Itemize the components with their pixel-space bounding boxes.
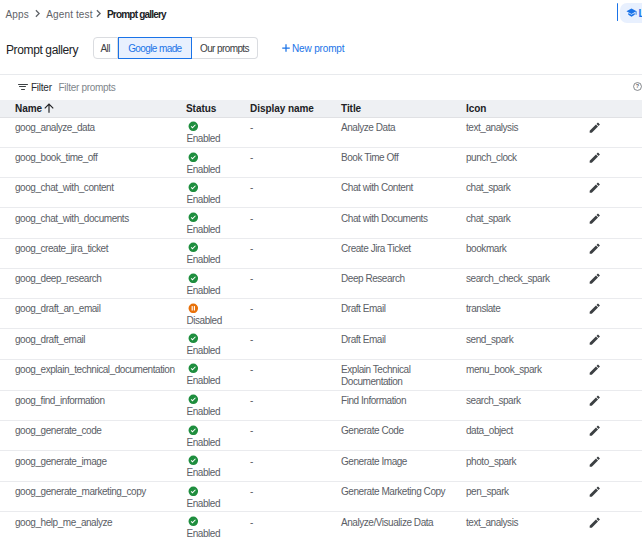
svg-text:?: ?: [635, 83, 638, 89]
